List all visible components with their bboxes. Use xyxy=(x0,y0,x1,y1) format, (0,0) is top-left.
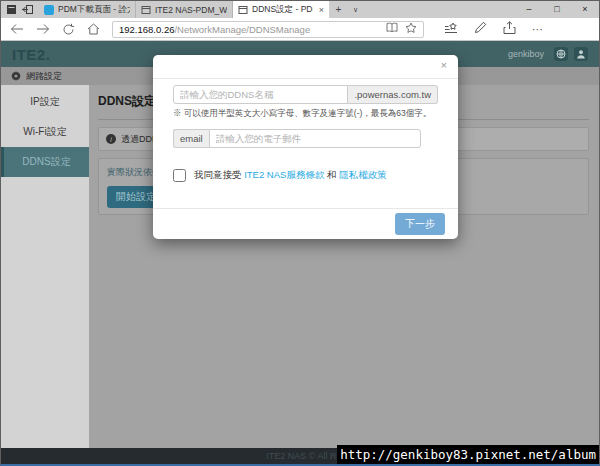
home-icon[interactable] xyxy=(87,23,100,35)
tab-favicon-window-icon xyxy=(238,5,248,15)
tab-favicon-window-icon xyxy=(141,5,151,15)
ddns-rule-note: ※ 可以使用半型英文大小寫字母、數字及連字號(-)，最長為63個字。 xyxy=(173,108,438,120)
agree-checkbox[interactable] xyxy=(173,169,186,182)
close-button[interactable]: × xyxy=(571,1,599,18)
user-account-icon[interactable] xyxy=(574,47,588,61)
agreement-text: 我同意接受 ITE2 NAS服務條款 和 隱私權政策 xyxy=(194,169,387,182)
ddns-name-input[interactable] xyxy=(173,85,348,104)
ddns-setup-modal: × .powernas.com.tw ※ 可以使用半型英文大小寫字母、數字及連字… xyxy=(153,55,458,239)
sidebar-item-wifi[interactable]: Wi-Fi設定 xyxy=(1,117,89,147)
sidebar-item-ddns[interactable]: DDNS設定 xyxy=(1,147,89,177)
tab-label: ITE2 NAS-PDM_Windows 10 xyxy=(155,5,227,15)
tabs-set-aside-list-icon[interactable] xyxy=(6,4,17,15)
forward-icon[interactable] xyxy=(36,23,50,35)
modal-body: .powernas.com.tw ※ 可以使用半型英文大小寫字母、數字及連字號(… xyxy=(153,79,458,182)
browser-titlebar: PDM下載頁面 - 詮力科技ITE ITE2 NAS-PDM_Windows 1… xyxy=(1,1,599,18)
favorite-star-icon[interactable] xyxy=(405,22,417,36)
email-input[interactable] xyxy=(209,129,421,148)
username-label: genkiboy xyxy=(508,49,544,59)
set-tabs-aside-icon[interactable] xyxy=(22,4,34,15)
refresh-icon[interactable] xyxy=(62,23,75,36)
email-group: email xyxy=(173,129,421,148)
more-menu-icon[interactable]: ⋯ xyxy=(532,24,543,35)
settings-sidebar: IP設定 Wi-Fi設定 DDNS設定 xyxy=(1,85,89,448)
navbar-tools: ⋯ xyxy=(444,20,543,38)
tab-favicon-pdm-icon xyxy=(44,5,54,15)
modal-header: × xyxy=(153,55,458,79)
power-globe-icon[interactable] xyxy=(554,47,568,61)
agreement-middle: 和 xyxy=(324,169,339,180)
tab-label: DDNS設定 - PDM xyxy=(252,4,313,16)
breadcrumb-label: 網路設定 xyxy=(26,70,62,83)
browser-window: PDM下載頁面 - 詮力科技ITE ITE2 NAS-PDM_Windows 1… xyxy=(0,0,600,466)
browser-navbar: 192.168.0.26 /NetworkManage/DDNSManage xyxy=(1,18,599,41)
gear-icon xyxy=(11,71,21,81)
sidebar-item-ip[interactable]: IP設定 xyxy=(1,87,89,117)
ite2-logo: ITE2. xyxy=(12,46,50,63)
tab-ddns-settings-active[interactable]: DDNS設定 - PDM × xyxy=(233,1,330,18)
url-path: /NetworkManage/DDNSManage xyxy=(174,24,310,35)
agreement-row: 我同意接受 ITE2 NAS服務條款 和 隱私權政策 xyxy=(173,169,438,182)
tab-pdm-download-page[interactable]: PDM下載頁面 - 詮力科技ITE xyxy=(39,1,136,18)
hub-favorites-icon[interactable] xyxy=(444,20,458,38)
privacy-link[interactable]: 隱私權政策 xyxy=(339,169,387,180)
reading-view-icon[interactable] xyxy=(386,22,398,36)
share-icon[interactable] xyxy=(503,20,516,38)
address-bar[interactable]: 192.168.0.26 /NetworkManage/DDNSManage xyxy=(112,21,424,38)
new-tab-button[interactable]: + xyxy=(330,1,347,18)
watermark-url: http://genkiboy83.pixnet.net/album xyxy=(337,445,599,464)
minimize-button[interactable]: – xyxy=(515,1,543,18)
edge-tab-actions xyxy=(1,1,39,18)
ddns-domain-suffix: .powernas.com.tw xyxy=(348,85,438,104)
tab-ite2-nas-pdm[interactable]: ITE2 NAS-PDM_Windows 10 xyxy=(136,1,233,18)
modal-close-icon[interactable]: × xyxy=(441,60,447,71)
next-step-button[interactable]: 下一步 xyxy=(395,213,445,235)
web-note-pen-icon[interactable] xyxy=(474,20,487,38)
url-host: 192.168.0.26 xyxy=(119,24,174,35)
window-controls: – □ × xyxy=(515,1,599,18)
ddns-name-group: .powernas.com.tw xyxy=(173,85,438,104)
maximize-button[interactable]: □ xyxy=(543,1,571,18)
tab-dropdown-icon[interactable]: ∨ xyxy=(347,1,364,18)
tab-close-icon[interactable]: × xyxy=(317,5,324,15)
terms-link[interactable]: ITE2 NAS服務條款 xyxy=(244,169,324,180)
agreement-prefix: 我同意接受 xyxy=(194,169,244,180)
email-label: email xyxy=(173,129,209,148)
tab-label: PDM下載頁面 - 詮力科技ITE xyxy=(58,4,130,16)
info-icon: i xyxy=(106,134,116,144)
back-icon[interactable] xyxy=(10,23,24,35)
modal-footer: 下一步 xyxy=(153,208,458,239)
